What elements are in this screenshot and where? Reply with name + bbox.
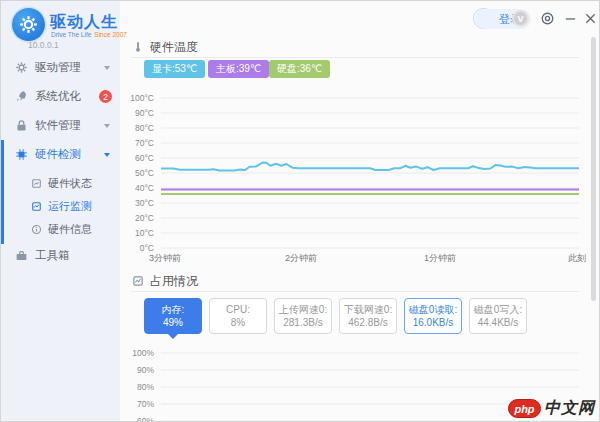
sidebar-subitem-run-monitor[interactable]: 运行监测 [1,195,120,218]
card-label: CPU: [210,303,266,316]
y-tick-label: 100% [123,348,154,358]
brand-name: 驱动人生 [50,12,118,33]
close-button[interactable] [582,10,598,26]
usage-chart-icon [132,275,145,288]
php-logo: php [508,399,541,418]
toolbox-icon [15,249,28,262]
x-tick-label: 3分钟前 [149,252,181,265]
x-tick-label: 2分钟前 [277,252,325,265]
sidebar-item-label: 驱动管理 [35,60,81,75]
sidebar-subitem-hardware-status[interactable]: 硬件状态 [1,172,120,195]
sidebar-item-toolbox[interactable]: 工具箱 [1,241,120,270]
info-icon [31,224,42,235]
sidebar-item-label: 系统优化 [35,89,81,104]
rocket-icon [15,90,28,103]
card-value: 281.3B/s [275,316,331,329]
temperature-section-title: 硬件温度 [150,39,198,56]
x-tick-label: 1分钟前 [416,252,464,265]
sidebar-item-label: 工具箱 [35,248,70,263]
y-tick-label: 60% [123,416,154,422]
chip-gpu-temp[interactable]: 显卡:53℃ [144,60,205,78]
vip-badge-icon[interactable]: V [512,10,529,27]
watermark: php 中文网 [508,398,595,419]
card-value: 8% [210,316,266,329]
chevron-down-icon [104,124,110,128]
section-divider [131,57,579,58]
scrollbar-thumb[interactable] [591,37,596,301]
sidebar-item-software-manage[interactable]: 软件管理 [1,111,120,140]
y-tick-label: 40°C [123,183,154,193]
app-logo: 驱动人生 Drive The LifeSince 2007 10.0.0.1 [12,8,120,52]
card-label: 上传网速0: [275,303,331,316]
hardware-status-icon [31,178,42,189]
sidebar-menu: 驱动管理 系统优化 2 软件管理 [1,53,120,270]
card-cpu[interactable]: CPU: 8% [209,298,267,334]
brand-tagline: Drive The Life [51,31,91,38]
card-upload-speed[interactable]: 上传网速0: 281.3B/s [274,298,332,334]
hardware-submenu: 硬件状态 运行监测 硬件信息 [1,169,120,241]
chip-disk-temp[interactable]: 硬盘:36℃ [269,60,330,78]
monitor-icon [31,201,42,212]
card-value: 462.8B/s [340,316,396,329]
sidebar-item-label: 软件管理 [35,118,81,133]
card-download-speed[interactable]: 下载网速0: 462.8B/s [339,298,397,334]
app-window: 驱动人生 Drive The LifeSince 2007 10.0.0.1 驱… [0,0,600,422]
y-tick-label: 70% [123,399,154,409]
temperature-section-header: 硬件温度 [132,39,198,56]
brand-gear-icon [12,8,45,41]
card-label: 内存: [145,303,201,316]
y-tick-label: 30°C [123,198,154,208]
active-card-pointer [168,334,178,339]
temperature-chart [161,91,579,256]
x-tick-label: 此刻 [541,252,586,265]
sidebar-subitem-label: 运行监测 [48,199,92,214]
y-tick-label: 50°C [123,168,154,178]
y-tick-label: 70°C [123,138,154,148]
chip-mainboard-temp[interactable]: 主板:39℃ [208,60,269,78]
y-tick-label: 10°C [123,228,154,238]
series-显卡 [161,163,579,171]
section-divider [131,291,579,292]
window-titlebar: 登录 V [120,1,600,33]
card-memory[interactable]: 内存: 49% [144,298,202,334]
y-tick-label: 20°C [123,213,154,223]
usage-section-title: 占用情况 [150,273,198,290]
card-label: 磁盘0写入: [470,303,526,316]
sidebar-item-hardware-detect[interactable]: 硬件检测 [1,140,120,169]
lock-icon [15,119,28,132]
card-label: 下载网速0: [340,303,396,316]
y-tick-label: 100°C [123,93,154,103]
y-tick-label: 90°C [123,108,154,118]
sidebar-subitem-label: 硬件信息 [48,222,92,237]
sidebar-item-label: 硬件检测 [35,147,81,162]
gear-icon [15,61,28,74]
y-tick-label: 90% [123,365,154,375]
chevron-down-icon [104,153,110,157]
card-disk-write[interactable]: 磁盘0写入: 44.4KB/s [469,298,527,334]
usage-section-header: 占用情况 [132,273,198,290]
settings-gear-icon[interactable] [539,10,555,26]
card-value: 16.0KB/s [405,316,461,329]
card-label: 磁盘0读取: [405,303,461,316]
thermometer-icon [132,41,145,54]
sidebar-item-system-optimize[interactable]: 系统优化 2 [1,82,120,111]
y-tick-label: 80°C [123,123,154,133]
y-tick-label: 60°C [123,153,154,163]
sidebar-subitem-hardware-info[interactable]: 硬件信息 [1,218,120,241]
minimize-button[interactable] [562,10,578,26]
app-version: 10.0.0.1 [28,40,59,50]
chip-icon [15,148,28,161]
notification-badge: 2 [99,90,112,103]
card-disk-read[interactable]: 磁盘0读取: 16.0KB/s [404,298,462,334]
chevron-down-icon [104,66,110,70]
sidebar: 驱动人生 Drive The LifeSince 2007 10.0.0.1 驱… [1,1,120,422]
card-value: 49% [145,316,201,329]
watermark-text: 中文网 [544,398,595,419]
sidebar-item-driver-manage[interactable]: 驱动管理 [1,53,120,82]
sidebar-subitem-label: 硬件状态 [48,176,92,191]
y-tick-label: 80% [123,382,154,392]
card-value: 44.4KB/s [470,316,526,329]
sidebar-group-hardware: 硬件检测 硬件状态 运行监测 [1,140,120,241]
